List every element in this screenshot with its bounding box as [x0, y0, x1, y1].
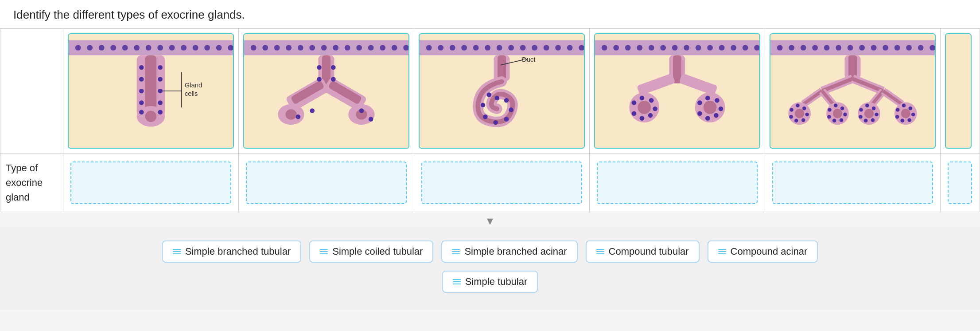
svg-text:cells: cells [185, 90, 198, 97]
svg-point-147 [906, 45, 912, 51]
drop-zone-6-partial[interactable] [948, 162, 972, 204]
svg-point-71 [438, 45, 443, 51]
svg-point-123 [640, 116, 645, 121]
svg-point-47 [380, 45, 385, 51]
drop-zone-1[interactable] [70, 162, 231, 204]
svg-point-65 [331, 65, 336, 70]
drag-icon-4 [596, 249, 604, 254]
image-row: Gland cells [0, 29, 980, 154]
svg-point-179 [840, 118, 843, 122]
svg-point-199 [895, 115, 899, 118]
svg-point-102 [649, 45, 654, 51]
svg-point-60 [310, 108, 315, 113]
drag-item-simple-coiled-tubular[interactable]: Simple coiled tubular [309, 240, 433, 263]
gland-table: Gland cells [0, 28, 980, 212]
drop-cell-1[interactable] [63, 154, 239, 212]
svg-point-120 [649, 98, 654, 103]
svg-point-181 [827, 115, 831, 118]
drop-cell-3[interactable] [414, 154, 589, 212]
drop-zone-4[interactable] [597, 162, 758, 204]
drag-item-compound-acinar[interactable]: Compound acinar [708, 240, 818, 263]
svg-point-92 [504, 98, 509, 103]
drop-cell-6-partial[interactable] [940, 154, 980, 212]
svg-point-14 [216, 45, 222, 51]
svg-point-144 [871, 45, 877, 51]
type-label-cell: Type ofexocrinegland [0, 154, 63, 212]
svg-rect-151 [848, 55, 857, 79]
drag-items-row-1: Simple branched tubular Simple coiled tu… [18, 240, 962, 263]
svg-point-148 [918, 45, 923, 51]
svg-point-141 [836, 45, 841, 51]
svg-point-42 [321, 45, 327, 51]
arrow-indicator: ▾ [0, 212, 980, 227]
image-cell-3: Duct [414, 29, 589, 154]
svg-point-172 [789, 115, 793, 118]
svg-point-91 [509, 107, 513, 112]
svg-point-180 [832, 119, 836, 122]
svg-point-165 [795, 109, 804, 118]
drop-cell-5[interactable] [765, 154, 940, 212]
svg-point-169 [805, 113, 809, 116]
svg-point-176 [834, 104, 837, 107]
drag-icon-5 [718, 249, 726, 254]
svg-point-82 [567, 45, 573, 51]
bottom-section: Simple branched tubular Simple coiled tu… [0, 227, 980, 310]
drop-zone-3[interactable] [421, 162, 582, 204]
image-cell-6-partial [940, 29, 980, 154]
svg-point-79 [532, 45, 537, 51]
svg-point-70 [426, 45, 432, 51]
drop-zone-2[interactable] [246, 162, 407, 204]
svg-point-143 [859, 45, 865, 51]
drop-row: Type ofexocrinegland [0, 154, 980, 212]
drop-cell-2[interactable] [239, 154, 414, 212]
drag-item-simple-tubular[interactable]: Simple tubular [442, 271, 538, 293]
svg-point-104 [672, 45, 678, 51]
svg-point-4 [99, 45, 105, 51]
svg-point-20 [139, 65, 144, 70]
svg-point-77 [508, 45, 514, 51]
svg-point-29 [158, 110, 163, 114]
svg-point-187 [875, 113, 878, 116]
svg-point-183 [864, 109, 874, 118]
svg-point-25 [158, 65, 163, 70]
svg-point-72 [450, 45, 455, 51]
svg-point-130 [719, 106, 723, 111]
svg-point-190 [859, 115, 862, 118]
drop-zone-5[interactable] [772, 162, 933, 204]
svg-point-193 [896, 108, 899, 111]
svg-point-126 [704, 101, 717, 114]
svg-point-67 [331, 77, 336, 82]
svg-point-175 [828, 108, 831, 111]
drop-cell-4[interactable] [589, 154, 765, 212]
svg-point-37 [262, 45, 268, 51]
svg-point-2 [75, 45, 81, 51]
drag-label-3: Simple branched acinar [464, 246, 567, 257]
svg-rect-113 [673, 55, 681, 83]
svg-point-186 [872, 106, 875, 110]
svg-point-146 [894, 45, 900, 51]
svg-point-43 [333, 45, 338, 51]
row-label-empty [0, 29, 63, 154]
svg-point-41 [309, 45, 315, 51]
image-inner-2 [243, 33, 409, 149]
svg-point-101 [637, 45, 642, 51]
svg-point-21 [139, 77, 144, 82]
drag-item-compound-tubular[interactable]: Compound tubular [586, 240, 700, 263]
svg-point-109 [731, 45, 736, 51]
svg-point-178 [843, 113, 847, 116]
image-cell-2 [239, 29, 414, 154]
svg-point-86 [486, 92, 491, 97]
svg-point-103 [660, 45, 666, 51]
drag-item-simple-branched-acinar[interactable]: Simple branched acinar [441, 240, 577, 263]
svg-point-197 [907, 118, 911, 122]
svg-point-61 [296, 114, 301, 119]
image-inner-3: Duct [419, 33, 585, 149]
svg-point-9 [157, 45, 163, 51]
image-cell-1: Gland cells [63, 29, 239, 154]
svg-point-168 [802, 106, 806, 110]
row-label-text: Type ofexocrinegland [6, 162, 43, 203]
svg-point-133 [697, 111, 702, 116]
svg-point-81 [555, 45, 561, 51]
svg-point-177 [840, 106, 844, 110]
drag-item-simple-branched-tubular[interactable]: Simple branched tubular [162, 240, 301, 263]
